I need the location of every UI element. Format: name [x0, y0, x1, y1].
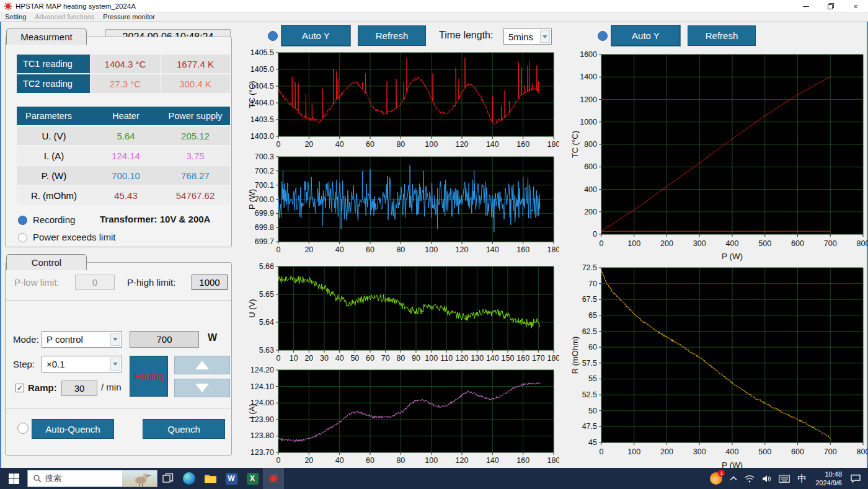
svg-text:I (A): I (A) [247, 403, 257, 419]
svg-text:50: 50 [588, 407, 597, 415]
menu-bar: Setting Advanced functions Pressure moni… [0, 12, 868, 22]
wifi-tray-button[interactable] [741, 468, 758, 489]
setpoint-input[interactable]: 700 [130, 331, 199, 348]
svg-text:5.64: 5.64 [259, 318, 274, 327]
quench-button[interactable]: Quench [143, 419, 225, 439]
tab-measurement[interactable]: Measurment [6, 29, 87, 45]
svg-text:1405.0: 1405.0 [250, 65, 274, 74]
restore-button[interactable] [818, 0, 843, 12]
down-arrow-icon [195, 384, 209, 392]
search-highlight-image[interactable] [122, 470, 157, 487]
time-length-select[interactable]: 5mins [503, 29, 552, 45]
svg-text:123.70: 123.70 [250, 448, 274, 457]
svg-text:600: 600 [584, 162, 597, 171]
p-low-limit-input[interactable]: 0 [75, 275, 115, 290]
svg-text:700.1: 700.1 [255, 181, 274, 190]
svg-text:124.20: 124.20 [250, 367, 274, 374]
p-high-limit-input[interactable]: 1000 [192, 275, 228, 290]
tab-control[interactable]: Control [6, 254, 87, 270]
tray-clock[interactable]: 10:48 2024/9/6 [810, 470, 847, 488]
svg-text:160: 160 [516, 456, 529, 465]
param-header-heater: Heater [91, 107, 161, 125]
svg-text:R (mOhm): R (mOhm) [570, 337, 580, 374]
svg-text:0: 0 [277, 456, 281, 465]
svg-text:60: 60 [366, 456, 374, 465]
close-button[interactable]: × [843, 0, 868, 12]
svg-text:180: 180 [547, 245, 559, 254]
ime-language-button[interactable]: 中 [794, 468, 810, 489]
taskbar-search-input[interactable]: 搜索 [27, 470, 157, 487]
svg-text:90: 90 [412, 354, 420, 363]
ramp-checkbox[interactable]: ✓ [16, 384, 24, 392]
svg-text:700: 700 [824, 239, 837, 248]
param-row-supply: 54767.62 [161, 186, 230, 205]
svg-text:100: 100 [627, 447, 640, 456]
ime-keyboard-button[interactable] [775, 468, 794, 489]
param-row-heater: 700.10 [91, 166, 161, 185]
volume-tray-button[interactable] [758, 468, 775, 489]
param-header-power-supply: Power supply [161, 107, 230, 125]
menu-advanced-functions: Advanced functions [35, 13, 94, 20]
recording-label: Recording [33, 214, 75, 225]
excel-icon: X [247, 473, 259, 485]
svg-text:52.5: 52.5 [582, 390, 597, 399]
svg-text:400: 400 [726, 239, 739, 248]
svg-text:60: 60 [366, 245, 374, 254]
chart-p-vs-time: 699.7699.8699.9700.0700.1700.2700.302040… [247, 154, 559, 258]
right-refresh-button[interactable]: Refresh [688, 25, 756, 46]
param-row-heater: 45.43 [91, 186, 161, 205]
svg-text:180: 180 [547, 140, 559, 149]
task-view-button[interactable] [157, 468, 179, 489]
svg-text:110: 110 [440, 354, 453, 363]
firefox-tray-button[interactable]: 1 [706, 468, 726, 489]
chart-tc-vs-time: 1403.01403.51404.01404.51405.01405.50204… [247, 50, 559, 152]
svg-text:200: 200 [584, 208, 597, 216]
mode-select[interactable]: P control [42, 331, 122, 348]
mid-auto-y-button[interactable]: Auto Y [281, 25, 350, 46]
svg-text:1600: 1600 [580, 50, 597, 59]
svg-text:300: 300 [693, 239, 706, 248]
step-up-button[interactable] [174, 356, 230, 374]
svg-text:130: 130 [471, 354, 484, 363]
step-select[interactable]: ×0.1 [42, 356, 122, 372]
auto-quench-button[interactable]: Auto-Quench [32, 419, 114, 439]
action-center-button[interactable] [847, 468, 868, 489]
power-limit-label: Power exceeds limit [33, 232, 115, 242]
start-button[interactable] [0, 468, 27, 489]
mid-refresh-button[interactable]: Refresh [358, 25, 426, 46]
menu-setting[interactable]: Setting [5, 13, 26, 20]
svg-text:80: 80 [396, 245, 405, 254]
svg-text:700: 700 [824, 447, 837, 456]
svg-text:1403.5: 1403.5 [250, 115, 274, 124]
svg-text:160: 160 [516, 140, 529, 149]
ramp-input[interactable]: 30 [61, 381, 97, 396]
excel-taskbar-button[interactable]: X [242, 468, 263, 489]
wifi-icon [745, 475, 755, 483]
svg-text:62.5: 62.5 [582, 327, 597, 336]
tc2-label: TC2 reading [17, 74, 90, 93]
svg-text:800: 800 [857, 239, 868, 248]
svg-text:5.66: 5.66 [259, 263, 274, 271]
edge-taskbar-button[interactable] [179, 468, 200, 489]
param-row-heater: 124.14 [91, 146, 161, 165]
step-down-button[interactable] [174, 379, 230, 397]
svg-text:10: 10 [290, 354, 298, 363]
running-button[interactable]: Runing [130, 356, 168, 397]
svg-text:TC (°C): TC (°C) [247, 81, 257, 108]
param-row-name: I. (A) [17, 146, 91, 165]
menu-pressure-monitor[interactable]: Pressure monitor [103, 13, 155, 20]
tray-expand-button[interactable] [726, 468, 741, 489]
heating-app-taskbar-button[interactable] [263, 468, 284, 489]
tc2-celsius: 27.3 °C [91, 74, 160, 93]
word-taskbar-button[interactable]: W [221, 468, 242, 489]
svg-text:40: 40 [335, 140, 344, 149]
step-label: Step: [13, 359, 35, 369]
setpoint-unit: W [208, 332, 217, 343]
svg-text:160: 160 [516, 354, 529, 363]
right-auto-y-button[interactable]: Auto Y [611, 25, 680, 46]
minimize-button[interactable] [794, 0, 818, 12]
window-title: HPSTAR MAP heating system_2024A [16, 2, 136, 10]
svg-text:123.80: 123.80 [250, 431, 274, 440]
mode-label: Mode: [13, 334, 39, 345]
file-explorer-button[interactable] [200, 468, 221, 489]
